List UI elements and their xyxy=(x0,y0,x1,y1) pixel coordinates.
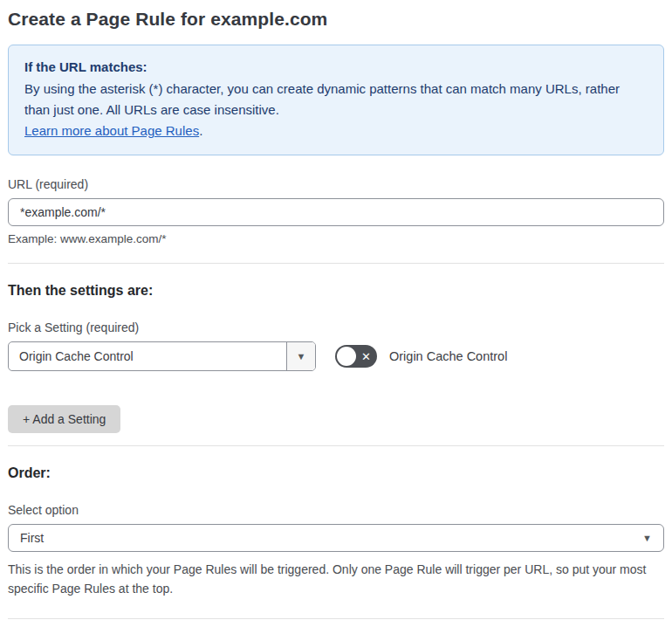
url-input[interactable] xyxy=(8,198,664,226)
url-example-helper: Example: www.example.com/* xyxy=(8,232,664,245)
setting-select-caret-button[interactable]: ▼ xyxy=(286,342,315,370)
link-suffix: . xyxy=(199,123,202,138)
divider xyxy=(8,445,664,446)
info-link-line: Learn more about Page Rules. xyxy=(24,121,648,141)
setting-toggle-label: Origin Cache Control xyxy=(389,349,507,363)
toggle-knob xyxy=(337,347,356,366)
chevron-down-icon: ▼ xyxy=(642,534,652,543)
info-body: By using the asterisk (*) character, you… xyxy=(24,79,648,121)
chevron-down-icon: ▼ xyxy=(297,352,306,362)
divider xyxy=(8,263,664,264)
add-setting-button[interactable]: + Add a Setting xyxy=(8,405,120,433)
order-select[interactable]: First ▼ xyxy=(8,524,664,552)
order-heading: Order: xyxy=(8,465,664,481)
toggle-off-x-icon: ✕ xyxy=(361,351,371,362)
settings-heading: Then the settings are: xyxy=(8,283,664,299)
setting-row: Origin Cache Control ▼ ✕ Origin Cache Co… xyxy=(8,341,664,371)
page-title: Create a Page Rule for example.com xyxy=(8,9,664,30)
setting-toggle[interactable]: ✕ xyxy=(335,345,377,368)
order-select-label: Select option xyxy=(8,503,664,517)
page-rule-form: Create a Page Rule for example.com If th… xyxy=(0,0,672,620)
pick-setting-label: Pick a Setting (required) xyxy=(8,320,664,334)
setting-select-value: Origin Cache Control xyxy=(9,342,286,370)
divider xyxy=(8,618,664,619)
order-helper-text: This is the order in which your Page Rul… xyxy=(8,560,664,598)
url-label: URL (required) xyxy=(8,177,664,191)
order-select-value: First xyxy=(20,531,44,545)
setting-select[interactable]: Origin Cache Control ▼ xyxy=(8,341,316,371)
learn-more-link[interactable]: Learn more about Page Rules xyxy=(24,123,199,138)
info-heading: If the URL matches: xyxy=(24,57,648,78)
info-box: If the URL matches: By using the asteris… xyxy=(8,45,664,155)
